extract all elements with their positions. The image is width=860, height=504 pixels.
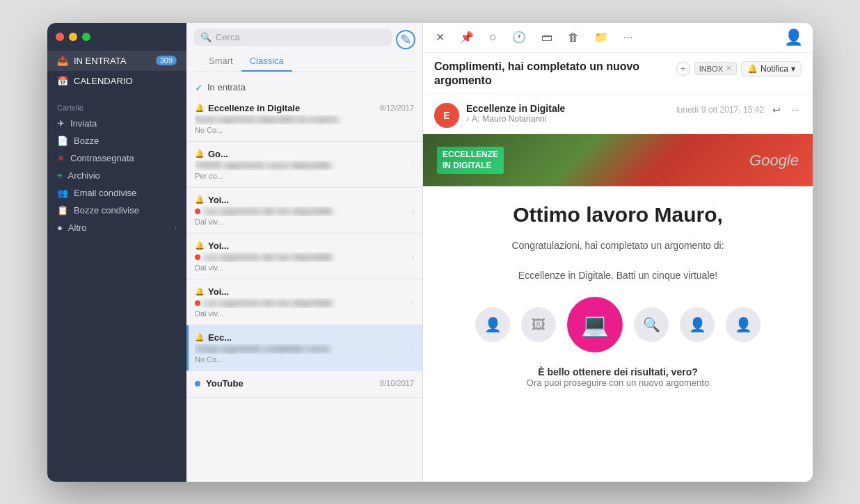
email-subject: Compl argomento completato nuovo ›	[195, 344, 414, 354]
reply-more-button[interactable]: ···	[789, 104, 802, 116]
email-item[interactable]: 🔔 Go... TANVE argomento nuovo disponibil…	[186, 142, 422, 188]
search-input[interactable]	[216, 32, 385, 42]
email-sender: 🔔 Yoi...	[195, 286, 229, 297]
email-main-content: Ottimo lavoro Mauro, Congratulazioni, ha…	[423, 186, 813, 405]
folder-label-email-condivise: Email condivise	[74, 188, 136, 198]
folders-section-label: Cartelle	[47, 97, 186, 115]
email-list-pane: 🔍 ✎ Smart Classica ✓ In entrata 🔔 Eccell…	[186, 23, 423, 482]
calendar-icon: 📅	[57, 76, 68, 86]
to-label: A:	[472, 114, 479, 124]
bell-notify-icon: 🔔	[747, 64, 758, 74]
sidebar-item-bozze[interactable]: 📄 Bozze	[47, 132, 186, 149]
email-preview: No Co...	[195, 355, 414, 364]
compose-button[interactable]: ✎	[396, 30, 415, 49]
email-detail-pane: ✕ 📌 ○ 🕐 🗃 🗑 📁 ··· 👤 Complimenti, hai com…	[423, 23, 813, 482]
bell-icon: 🔔	[195, 333, 205, 342]
detail-subject-bar: Complimenti, hai completato un nuovo arg…	[423, 53, 813, 95]
email-main-title: Ottimo lavoro Mauro,	[444, 203, 792, 227]
sidebar-item-contrassegnata[interactable]: ✳ Contrassegnata	[47, 149, 186, 167]
email-sender: YouTube	[206, 378, 244, 389]
archive-folder-icon: ≡	[57, 170, 63, 181]
email-meta-to[interactable]: › A: Mauro Notarianni	[466, 114, 669, 124]
email-preview: Dal viv...	[195, 263, 414, 272]
bell-icon: 🔔	[195, 149, 205, 158]
tag-label: INBOX	[699, 65, 723, 73]
read-circle-button[interactable]: ○	[486, 29, 500, 46]
inbox-section-label: ✓ In entrata	[186, 76, 422, 96]
archive-button[interactable]: 🗃	[539, 30, 555, 45]
inbox-tag: INBOX ✕	[694, 62, 737, 75]
email-item[interactable]: 🔔 Yoi... Lou argomento dal vivo disponib…	[186, 234, 422, 279]
email-item[interactable]: YouTube 8/10/2017	[186, 371, 422, 398]
email-preview: No Co...	[195, 126, 414, 134]
email-item-selected[interactable]: 🔔 Ecc... Compl argomento completato nuov…	[186, 325, 422, 371]
email-item[interactable]: 🔔 Yoi... Lou argomento dal vivo disponib…	[186, 188, 422, 234]
inbox-badge: 309	[156, 56, 177, 65]
pin-button[interactable]: 📌	[457, 29, 477, 45]
bell-icon: 🔔	[195, 104, 205, 113]
banner-text1: ECCELLENZE	[443, 149, 498, 159]
altro-arrow-icon: ›	[174, 223, 177, 231]
email-footer-text: È bello ottenere dei risultati, vero?	[444, 366, 792, 377]
detail-tags: + INBOX ✕ 🔔 Notifica ▾	[676, 61, 802, 76]
banner-google: Google	[749, 152, 799, 170]
sidebar-item-calendar[interactable]: 📅 CALENDARIO	[47, 71, 186, 91]
minimize-button[interactable]	[69, 33, 77, 41]
sidebar-item-inbox[interactable]: 📥 IN ENTRATA 309	[47, 51, 186, 71]
move-button[interactable]: 📁	[591, 29, 611, 45]
sidebar-item-bozze-condivise[interactable]: 📋 Bozze condivise	[47, 202, 186, 219]
folder-label-archivio: Archivio	[68, 170, 100, 181]
email-sender: 🔔 Ecc...	[195, 332, 232, 343]
sidebar-item-inviata[interactable]: ✈ Inviata	[47, 115, 186, 132]
to-name: Mauro Notarianni	[482, 114, 546, 124]
close-button[interactable]	[56, 33, 64, 41]
email-item[interactable]: 🔔 Eccellenze in Digitale 8/12/2017 Nuovi…	[186, 96, 422, 142]
email-sender: 🔔 Go...	[195, 149, 228, 159]
email-sender: 🔔 Yoi...	[195, 241, 229, 251]
chevron-right-icon: ›	[412, 345, 414, 352]
bell-icon: 🔔	[195, 287, 205, 296]
bell-icon: 🔔	[195, 195, 205, 204]
snooze-button[interactable]: 🕐	[509, 29, 529, 45]
email-preview: Dal viv...	[195, 309, 414, 318]
sidebar-item-email-condivise[interactable]: 👥 Email condivise	[47, 184, 186, 202]
sidebar-inbox-label: IN ENTRATA	[74, 56, 126, 66]
email-subject: TANVE argomento nuovo disponibile ›	[195, 161, 414, 170]
folder-label-bozze-condivise: Bozze condivise	[74, 205, 139, 216]
icon-circle-main: 💻	[567, 297, 623, 352]
email-sender: 🔔 Yoi...	[195, 195, 229, 205]
inbox-label-text: In entrata	[207, 82, 246, 92]
email-meta: E Eccellenze in Digitale › A: Mauro Nota…	[423, 95, 813, 134]
add-tag-button[interactable]: +	[676, 62, 690, 76]
chevron-to-icon: ›	[466, 114, 469, 124]
unread-dot	[195, 254, 200, 260]
delete-button[interactable]: 🗑	[565, 30, 582, 45]
sidebar-nav: 📥 IN ENTRATA 309 📅 CALENDARIO	[47, 51, 186, 97]
user-avatar-button[interactable]: 👤	[784, 29, 803, 47]
email-subject: Lou argomento dal vivo disponibile ›	[195, 206, 414, 216]
close-button[interactable]: ✕	[433, 29, 447, 45]
remove-tag-button[interactable]: ✕	[726, 64, 732, 73]
maximize-button[interactable]	[82, 33, 90, 41]
folder-label-bozze: Bozze	[74, 136, 99, 146]
email-preview: Per co...	[195, 172, 414, 180]
tab-classica[interactable]: Classica	[241, 51, 292, 72]
notify-label: Notifica	[761, 64, 788, 74]
tab-smart[interactable]: Smart	[200, 51, 241, 72]
icon-circle-5: 👤	[726, 307, 761, 342]
notify-chevron-icon: ▾	[791, 64, 795, 74]
notify-button[interactable]: 🔔 Notifica ▾	[741, 61, 802, 76]
email-timestamp: lunedì 9 ott 2017, 15:42	[676, 105, 764, 115]
sidebar-item-archivio[interactable]: ≡ Archivio	[47, 167, 186, 184]
reply-button[interactable]: ↩	[770, 103, 783, 117]
email-main-body2: Eccellenze in Digitale. Batti un cinque …	[444, 268, 792, 283]
unread-dot	[195, 209, 200, 214]
more-button[interactable]: ···	[621, 30, 635, 45]
email-item[interactable]: 🔔 Yoi... Lou argomento dal vivo disponib…	[186, 279, 422, 325]
email-date: 8/12/2017	[380, 104, 414, 112]
email-subject: Lou argomento dal vivo disponibile ›	[195, 252, 414, 262]
chevron-right-icon: ›	[412, 161, 414, 169]
icon-circle-3: 🔍	[634, 307, 669, 342]
drafts-icon: 📄	[57, 136, 68, 146]
sidebar-item-altro[interactable]: ● Altro ›	[47, 219, 186, 236]
